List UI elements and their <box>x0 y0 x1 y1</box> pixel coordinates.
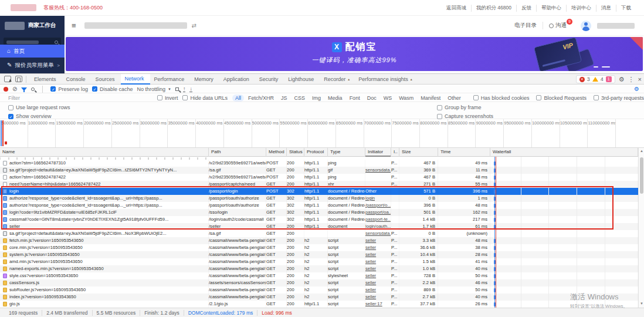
sidebar-item-home[interactable]: ⌂ 首页 <box>0 45 65 58</box>
chat-link[interactable]: 沟通 9 <box>543 22 567 29</box>
devtools-tab[interactable]: Performance insights ▲ <box>354 74 417 85</box>
devtools-tab[interactable]: Console <box>62 74 91 85</box>
filter-funnel-icon[interactable] <box>21 87 27 91</box>
request-row[interactable]: subRouter.js?version=1650953543650 /cass… <box>0 286 638 294</box>
top-nav-item[interactable]: 我的积分 46800 <box>472 5 517 12</box>
col-size[interactable]: Size <box>399 148 438 157</box>
inspect-element-icon[interactable] <box>4 76 11 82</box>
type-filter-pill[interactable]: JS <box>278 95 290 102</box>
request-row[interactable]: amd.min.js?version=1650953543650 /cassma… <box>0 258 638 265</box>
top-nav-item[interactable]: 下载 <box>616 5 636 12</box>
sidebar-item-quoter-menu[interactable]: ✎ 报价员常用菜单 > <box>0 59 65 72</box>
request-initiator-cell[interactable] <box>365 160 391 167</box>
option-checkbox[interactable]: Group by frame <box>437 104 493 110</box>
request-initiator-cell[interactable]: Other <box>365 188 391 195</box>
request-initiator-cell[interactable]: seller <box>365 258 391 265</box>
request-row[interactable]: core.min.js?version=1650953543650 /cassm… <box>0 244 638 251</box>
close-icon[interactable]: × <box>638 75 642 83</box>
request-initiator-cell[interactable]: seller <box>365 294 391 301</box>
request-row[interactable]: sa.gif?project=default&data=eyJkaXN0aW5j… <box>0 167 638 174</box>
filter-input[interactable]: Filter <box>8 95 152 101</box>
request-row[interactable]: action?stm=1665624787422 /v2/9d2350559e6… <box>0 174 638 181</box>
top-nav-item[interactable]: 反馈 <box>517 5 537 12</box>
request-initiator-cell[interactable]: seller <box>365 244 391 251</box>
disable-cache-checkbox[interactable]: ✓ Disable cache <box>92 86 133 92</box>
record-button[interactable] <box>4 87 8 92</box>
clear-icon[interactable]: ⊘ <box>12 86 17 92</box>
hide-data-urls-checkbox[interactable]: Hide data URLs <box>182 95 228 101</box>
request-row[interactable]: seller /seller GET 200 http/1.1 document… <box>0 223 638 230</box>
request-row[interactable]: cassmall?code=GtNT8m&state=jvbnZY0hDETIX… <box>0 216 638 223</box>
settings-gear-icon[interactable]: ⚙ <box>619 75 625 83</box>
preserve-log-checkbox[interactable]: ✓ Preserve log <box>50 86 88 92</box>
request-initiator-cell[interactable]: seller <box>365 237 391 244</box>
network-overview-timeline[interactable]: 5000000 ms10000000 ms15000000 ms20000000… <box>0 119 644 148</box>
request-initiator-cell[interactable]: seller <box>365 286 391 294</box>
top-nav-item[interactable]: 消息 <box>596 5 616 12</box>
request-row[interactable]: action?stm=1665624787310 /v2/9d2350559e6… <box>0 160 638 167</box>
request-row[interactable]: gio.js /2.1/gio.js GET 200 http/1.1 scri… <box>0 301 638 308</box>
col-type[interactable]: Type <box>328 148 365 157</box>
type-filter-pill[interactable]: Media <box>325 95 345 102</box>
devtools-tab[interactable]: Application <box>219 74 255 85</box>
request-row[interactable]: need?userName=hlhjx&data=1665624787422 /… <box>0 181 638 188</box>
avatar[interactable] <box>581 21 591 31</box>
request-initiator-cell[interactable]: login <box>365 195 391 202</box>
request-row[interactable]: login?code=9tz1vibMZRFD&state=uIE685zFJK… <box>0 209 638 216</box>
request-row[interactable]: authorize?response_type=code&client_id=s… <box>0 195 638 202</box>
request-initiator-cell[interactable]: passport/oa... <box>365 209 391 216</box>
filter-extra-checkbox[interactable]: Has blocked cookies <box>473 95 530 101</box>
col-time[interactable]: Time <box>438 148 490 157</box>
catalog-link[interactable]: 电子目录 <box>514 22 537 29</box>
request-row[interactable]: sa.gif?project=default&data=eyJkaXN0aW5j… <box>0 230 638 237</box>
request-row[interactable]: index.js?version=1650953543650 /cassmall… <box>0 294 638 301</box>
request-row[interactable]: fetch.min.js?version=1650953543650 /cass… <box>0 237 638 244</box>
option-checkbox[interactable]: ✓ Show overview <box>8 113 70 119</box>
scrollbar-thumb[interactable] <box>640 157 643 194</box>
type-filter-pill[interactable]: Manifest <box>418 95 443 102</box>
col-initiator[interactable]: Initiator <box>365 148 391 157</box>
col-priority[interactable]: I.. <box>391 148 399 157</box>
devtools-tab[interactable]: Elements <box>30 74 62 85</box>
type-filter-pill[interactable]: Other <box>445 95 464 102</box>
request-row[interactable]: login /passport/login POST 302 http/1.1 … <box>0 188 638 195</box>
request-initiator-cell[interactable]: seller <box>365 279 391 286</box>
request-initiator-cell[interactable]: sensorsdata... <box>365 167 391 174</box>
type-filter-pill[interactable]: Font <box>347 95 363 102</box>
type-filter-pill[interactable]: All <box>232 95 244 102</box>
menu-icon[interactable]: ≡ <box>72 21 76 30</box>
throttling-select[interactable]: No throttling ▼ <box>137 86 171 92</box>
request-row[interactable]: named-exports.min.js?version=16509535436… <box>0 265 638 272</box>
devtools-tab[interactable]: Performance <box>150 74 191 85</box>
network-conditions-icon[interactable] <box>175 87 179 91</box>
option-checkbox[interactable]: Capture screenshots <box>437 113 493 119</box>
top-nav-item[interactable]: 返回商城 <box>442 5 472 12</box>
request-initiator-cell[interactable]: passport-te... <box>365 216 391 223</box>
device-toolbar-icon[interactable] <box>15 76 22 82</box>
request-row[interactable]: cassSensors.js /assets/sensors/cassSenso… <box>0 279 638 286</box>
request-initiator-cell[interactable]: seller <box>365 272 391 279</box>
col-path[interactable]: Path <box>209 148 266 157</box>
search-icon[interactable] <box>31 87 35 91</box>
request-initiator-cell[interactable]: seller:17 <box>365 301 391 308</box>
network-settings-gear-icon[interactable]: ⚙ <box>634 86 639 92</box>
scroll-down-icon[interactable]: ▼ <box>639 302 644 305</box>
devtools-tab[interactable]: Recorder ▲ <box>320 74 354 85</box>
col-waterfall[interactable]: Waterfall <box>490 148 638 157</box>
type-filter-pill[interactable]: CSS <box>292 95 309 102</box>
carousel-dash-active[interactable] <box>602 66 610 68</box>
type-filter-pill[interactable]: Doc <box>364 95 379 102</box>
request-initiator-cell[interactable]: login/oauth... <box>365 223 391 230</box>
request-initiator-cell[interactable]: /passport/o... <box>365 202 391 209</box>
request-initiator-cell[interactable]: seller <box>365 265 391 272</box>
request-initiator-cell[interactable] <box>365 174 391 181</box>
option-checkbox[interactable]: ✓ Use large request rows <box>8 104 70 110</box>
carousel-dash[interactable] <box>594 66 598 68</box>
request-row[interactable]: system.js?version=1650953543650 /cassmal… <box>0 251 638 258</box>
devtools-tab[interactable]: Memory <box>190 74 219 85</box>
devtools-tab[interactable]: Lighthouse <box>284 74 320 85</box>
request-row[interactable]: authorize?response_type=code&client_id=s… <box>0 202 638 209</box>
invert-checkbox[interactable]: Invert <box>157 95 178 101</box>
promo-banner[interactable]: X 配销宝 一键译码，准确率高达99% VIP <box>66 37 643 71</box>
type-filter-pill[interactable]: Wasm <box>396 95 416 102</box>
